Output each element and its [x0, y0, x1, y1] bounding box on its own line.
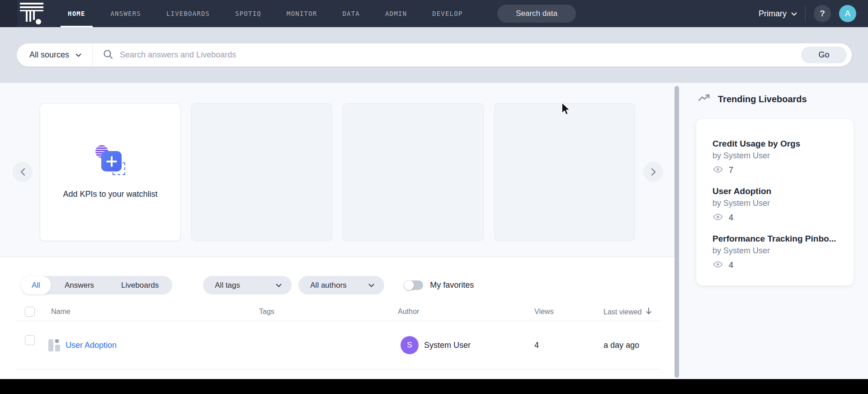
sources-dropdown[interactable]: All sources [17, 50, 92, 60]
global-search-bar: All sources Go [17, 43, 852, 66]
nav-divider [805, 6, 806, 21]
org-selector-label: Primary [759, 9, 787, 19]
search-band: All sources Go [0, 27, 868, 83]
author-avatar: S [401, 336, 419, 354]
content-list-section: All Answers Liveboards All tags All auth… [0, 257, 675, 379]
tab-answers[interactable]: Answers [51, 276, 108, 294]
nav-tab-develop[interactable]: DEVELOP [432, 0, 462, 27]
kpi-watchlist-carousel: Add KPIs to your watchlist [0, 83, 675, 257]
go-button[interactable]: Go [801, 47, 847, 63]
tab-all[interactable]: All [21, 276, 51, 294]
chevron-down-icon [791, 9, 797, 19]
main-content: Add KPIs to your watchlist All Answers L… [0, 83, 675, 379]
trending-header: Trending Liveboards [698, 94, 807, 104]
tags-filter-label: All tags [215, 281, 240, 290]
nav-tab-answers[interactable]: ANSWERS [111, 0, 141, 27]
nav-right-group: Primary ? A [759, 0, 856, 27]
org-selector-dropdown[interactable]: Primary [759, 9, 797, 19]
filter-row: All Answers Liveboards All tags All auth… [21, 276, 474, 294]
nav-tab-monitor[interactable]: MONITOR [287, 0, 317, 27]
trending-item-author: by System User [712, 199, 843, 208]
authors-filter-dropdown[interactable]: All authors [298, 276, 384, 294]
eye-icon [712, 261, 723, 270]
search-bar-divider [92, 44, 93, 66]
column-header-tags[interactable]: Tags [259, 308, 274, 316]
user-avatar[interactable]: A [839, 5, 856, 22]
bottom-black-bar [0, 379, 868, 394]
search-input[interactable] [120, 50, 801, 60]
plus-icon [106, 156, 117, 167]
chevron-left-icon [20, 168, 25, 176]
trending-item-views: 4 [729, 261, 733, 270]
carousel-next-button[interactable] [643, 162, 663, 182]
column-header-last-viewed[interactable]: Last viewed [604, 308, 652, 317]
tab-liveboards[interactable]: Liveboards [108, 276, 172, 294]
trending-item[interactable]: Performance Tracking Pinbo... by System … [712, 234, 843, 270]
select-all-checkbox[interactable] [25, 307, 35, 317]
nav-tab-data[interactable]: DATA [342, 0, 360, 27]
my-favorites-label: My favorites [430, 280, 474, 290]
nav-tab-liveboards[interactable]: LIVEBOARDS [166, 0, 210, 27]
trending-item[interactable]: Credit Usage by Orgs by System User 7 [712, 139, 843, 175]
chevron-right-icon [651, 168, 656, 176]
nav-tab-spotiq[interactable]: SPOTIQ [235, 0, 261, 27]
row-author: System User [424, 341, 471, 350]
kpi-placeholder-card [191, 103, 332, 241]
tags-filter-dropdown[interactable]: All tags [203, 276, 292, 294]
trending-title: Trending Liveboards [718, 94, 807, 104]
chevron-down-icon [368, 281, 374, 290]
eye-icon [712, 166, 723, 175]
trending-item[interactable]: User Adoption by System User 4 [712, 186, 843, 223]
table-row[interactable]: User Adoption S System User 4 a day ago [0, 321, 658, 369]
add-kpi-card[interactable]: Add KPIs to your watchlist [40, 103, 181, 241]
row-last-viewed: a day ago [604, 341, 639, 350]
row-checkbox[interactable] [25, 335, 35, 345]
trending-item-title[interactable]: Performance Tracking Pinbo... [712, 234, 843, 244]
search-data-button[interactable]: Search data [497, 5, 576, 23]
trending-item-views: 7 [729, 166, 733, 175]
row-views: 4 [534, 341, 539, 350]
nav-left-strip [0, 0, 17, 27]
row-divider [17, 369, 660, 370]
trending-item-author: by System User [712, 151, 843, 161]
authors-filter-label: All authors [310, 281, 346, 290]
carousel-prev-button[interactable] [13, 162, 33, 182]
column-header-views[interactable]: Views [534, 308, 553, 316]
thoughtspot-logo-icon[interactable] [20, 3, 43, 25]
nav-tab-admin[interactable]: ADMIN [385, 0, 407, 27]
help-button[interactable]: ? [814, 5, 831, 22]
column-header-author[interactable]: Author [398, 308, 419, 316]
trending-item-title[interactable]: Credit Usage by Orgs [712, 139, 843, 149]
type-filter-tabs: All Answers Liveboards [21, 276, 172, 294]
trending-item-title[interactable]: User Adoption [712, 186, 843, 196]
sources-dropdown-label: All sources [29, 50, 69, 60]
nav-tab-home[interactable]: HOME [68, 0, 85, 27]
row-name-link[interactable]: User Adoption [66, 341, 117, 350]
chevron-down-icon [75, 50, 81, 60]
search-icon [103, 49, 113, 62]
trending-sidebar: Trending Liveboards Credit Usage by Orgs… [696, 83, 854, 336]
sort-descending-icon [646, 308, 652, 317]
chevron-down-icon [276, 281, 282, 290]
kpi-placeholder-card [494, 103, 635, 241]
add-kpi-label: Add KPIs to your watchlist [63, 190, 157, 199]
liveboard-icon [48, 339, 61, 351]
column-header-name[interactable]: Name [51, 308, 71, 316]
trending-card: Credit Usage by Orgs by System User 7 Us… [696, 119, 854, 285]
trending-up-icon [698, 94, 711, 104]
eye-icon [712, 213, 723, 223]
primary-nav-menu: HOME ANSWERS LIVEBOARDS SPOTIQ MONITOR D… [68, 0, 462, 27]
add-kpi-icon [95, 145, 125, 175]
vertical-scrollbar[interactable] [675, 86, 679, 378]
trending-item-views: 4 [729, 213, 733, 223]
top-nav-bar: HOME ANSWERS LIVEBOARDS SPOTIQ MONITOR D… [0, 0, 868, 27]
trending-item-author: by System User [712, 246, 843, 256]
table-header: Name Tags Author Views Last viewed [0, 306, 658, 321]
kpi-placeholder-card [343, 103, 484, 241]
my-favorites-toggle[interactable] [404, 280, 423, 290]
